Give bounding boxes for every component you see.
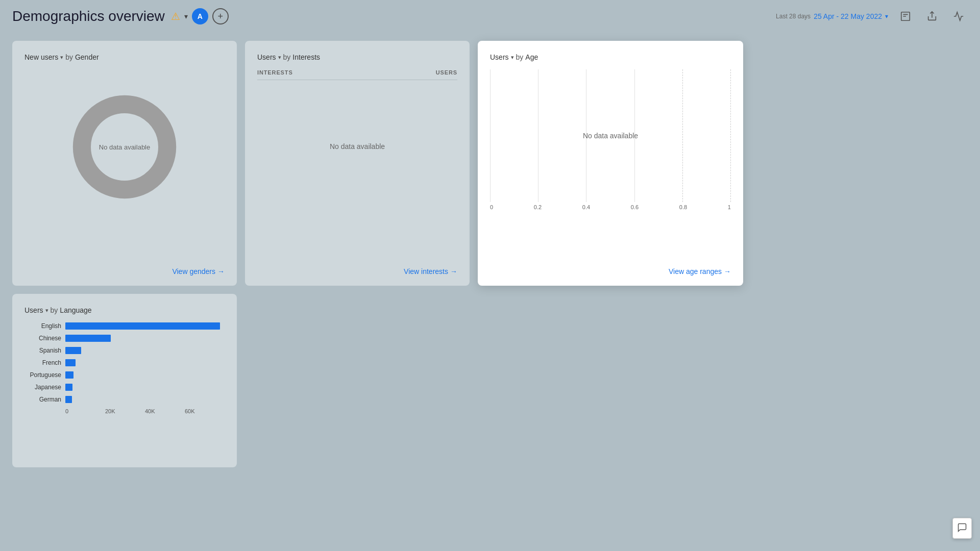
- bar-row: Spanish: [24, 347, 225, 354]
- chevron-down-icon: ▾: [184, 12, 188, 20]
- top-row: New users ▾ by Gender No data available …: [12, 41, 968, 286]
- age-chart: No data available 0 0.2 0.4 0.6 0.8 1: [490, 69, 731, 222]
- interests-col-users: USERS: [436, 69, 457, 76]
- age-x-label-06: 0.6: [631, 204, 639, 210]
- arrow-right-icon: →: [724, 267, 731, 276]
- bar-fill: [65, 384, 72, 391]
- gridline-0: [490, 69, 491, 202]
- header: Demographics overview ⚠ ▾ A + Last 28 da…: [0, 0, 980, 33]
- bar-row: German: [24, 396, 225, 403]
- age-chart-inner: No data available: [490, 69, 731, 202]
- date-range: Last 28 days 25 Apr - 22 May 2022 ▾: [776, 12, 888, 20]
- age-x-labels: 0 0.2 0.4 0.6 0.8 1: [490, 202, 731, 210]
- bar-x-label-60k: 60K: [185, 408, 225, 414]
- bar-label: Spanish: [24, 347, 61, 354]
- gridline-5: [730, 69, 731, 202]
- interests-dimension-label: Interests: [292, 53, 320, 61]
- age-no-data: No data available: [583, 132, 638, 140]
- bar-label: German: [24, 396, 61, 403]
- share-button[interactable]: [923, 7, 941, 26]
- bar-track: [65, 371, 225, 379]
- bar-x-label-20k: 20K: [105, 408, 145, 414]
- bar-label: Japanese: [24, 384, 61, 391]
- arrow-right-icon: →: [217, 267, 225, 276]
- language-metric-dropdown[interactable]: ▾: [45, 307, 48, 314]
- language-metric-label: Users: [24, 306, 43, 314]
- warning-icon: ⚠: [171, 10, 180, 22]
- interests-col-interests: INTERESTS: [257, 69, 293, 76]
- view-age-ranges-link[interactable]: View age ranges →: [669, 267, 731, 276]
- bottom-row: Users ▾ by Language English Chinese Span…: [12, 294, 968, 467]
- age-x-label-1: 1: [728, 204, 731, 210]
- bar-chart-wrapper: English Chinese Spanish French Portugues…: [24, 322, 225, 414]
- bar-row: French: [24, 359, 225, 366]
- bar-x-label-0: 0: [65, 408, 105, 414]
- bar-row: English: [24, 322, 225, 330]
- bar-label: French: [24, 359, 61, 366]
- gender-metric-label: New users: [24, 53, 58, 61]
- main-content: New users ▾ by Gender No data available …: [0, 33, 980, 475]
- age-card: Users ▾ by Age No data available: [478, 41, 743, 286]
- age-x-label-08: 0.8: [679, 204, 687, 210]
- title-dropdown-button[interactable]: ▾: [184, 12, 188, 20]
- bar-fill: [65, 371, 74, 379]
- age-metric-label: Users: [490, 53, 509, 61]
- analytics-button[interactable]: [949, 7, 968, 26]
- age-x-label-0: 0: [490, 204, 493, 210]
- interests-no-data: No data available: [257, 80, 457, 213]
- language-dimension-label: Language: [60, 306, 91, 314]
- bar-track: [65, 322, 225, 330]
- arrow-right-icon: →: [450, 267, 457, 276]
- interests-by-label: by: [283, 53, 291, 61]
- age-card-header: Users ▾ by Age: [490, 53, 731, 61]
- gender-metric-dropdown[interactable]: ▾: [60, 54, 63, 61]
- gender-dimension-label: Gender: [75, 53, 99, 61]
- bar-fill: [65, 322, 220, 330]
- save-report-button[interactable]: [896, 7, 915, 26]
- bar-fill: [65, 359, 76, 366]
- bar-track: [65, 396, 225, 403]
- page-title: Demographics overview: [12, 8, 165, 24]
- date-value: 25 Apr - 22 May 2022: [814, 12, 882, 20]
- gender-card-header: New users ▾ by Gender: [24, 53, 225, 61]
- bar-label: English: [24, 322, 61, 330]
- header-left: Demographics overview ⚠ ▾ A +: [12, 8, 229, 24]
- bar-row: Chinese: [24, 335, 225, 342]
- gridline-4: [682, 69, 683, 202]
- bar-x-label-40k: 40K: [145, 408, 185, 414]
- bar-fill: [65, 396, 72, 403]
- age-by-label: by: [516, 53, 524, 61]
- view-genders-link[interactable]: View genders →: [172, 267, 225, 276]
- bar-track: [65, 335, 225, 342]
- gender-card: New users ▾ by Gender No data available …: [12, 41, 237, 286]
- date-dropdown-icon: ▾: [885, 13, 888, 20]
- interests-table-header: INTERESTS USERS: [257, 65, 457, 80]
- bar-chart-x-labels: 0 20K 40K 60K: [65, 408, 225, 414]
- interests-metric-dropdown[interactable]: ▾: [278, 54, 281, 61]
- bar-row: Japanese: [24, 384, 225, 391]
- language-card-header: Users ▾ by Language: [24, 306, 225, 314]
- age-x-label-04: 0.4: [582, 204, 590, 210]
- bar-chart: English Chinese Spanish French Portugues…: [24, 322, 225, 403]
- bar-track: [65, 347, 225, 354]
- avatar: A: [192, 8, 208, 24]
- age-dimension-label: Age: [525, 53, 538, 61]
- plus-icon: +: [218, 11, 224, 22]
- add-button[interactable]: +: [212, 8, 229, 24]
- donut-no-data: No data available: [99, 143, 150, 151]
- donut-container: No data available: [24, 65, 225, 229]
- gridline-1: [538, 69, 538, 202]
- language-card: Users ▾ by Language English Chinese Span…: [12, 294, 237, 467]
- bar-label: Portuguese: [24, 371, 61, 379]
- donut-chart: No data available: [68, 91, 181, 203]
- view-interests-link[interactable]: View interests →: [404, 267, 457, 276]
- feedback-button[interactable]: [952, 518, 972, 539]
- bar-label: Chinese: [24, 335, 61, 342]
- date-prefix: Last 28 days: [776, 13, 811, 20]
- age-x-label-02: 0.2: [534, 204, 542, 210]
- age-metric-dropdown[interactable]: ▾: [511, 54, 514, 61]
- gender-by-label: by: [65, 53, 73, 61]
- bar-row: Portuguese: [24, 371, 225, 379]
- language-by-label: by: [51, 306, 58, 314]
- interests-card-header: Users ▾ by Interests: [257, 53, 457, 61]
